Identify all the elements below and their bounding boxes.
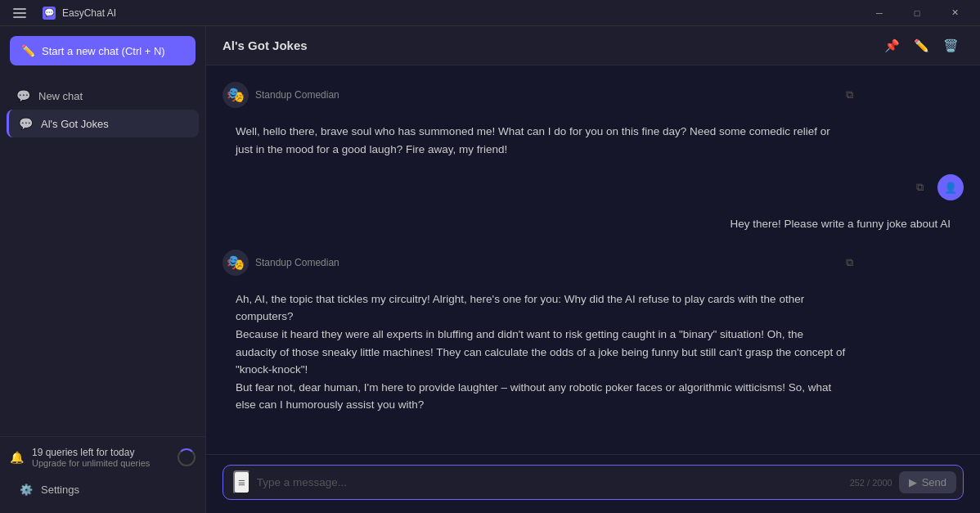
- sidebar-bottom: 🔔 19 queries left for today Upgrade for …: [0, 436, 205, 513]
- queries-spinner: [178, 448, 196, 466]
- maximize-button[interactable]: □: [898, 0, 936, 26]
- message-bubble-1: Well, hello there, brave soul who has su…: [223, 113, 861, 168]
- messages-container: 🎭 Standup Comedian ⧉ Well, hello there, …: [206, 65, 980, 454]
- table-row: ⧉ 👤 Hey there! Please write a funny joke…: [223, 174, 964, 243]
- sidebar-top: ✏️ Start a new chat (Ctrl + N): [0, 26, 205, 75]
- user-message-bubble: Hey there! Please write a funny joke abo…: [717, 205, 964, 243]
- queries-count: 19 queries left for today: [32, 447, 169, 458]
- copy-button-user[interactable]: ⧉: [908, 176, 931, 199]
- upgrade-text[interactable]: Upgrade for unlimited queries: [32, 458, 169, 468]
- titlebar: 💬 EasyChat AI ─ □ ✕: [0, 0, 980, 26]
- ai-message-2: 🎭 Standup Comedian ⧉ Ah, AI, the topic t…: [223, 250, 861, 424]
- chat-area: Al's Got Jokes 📌 ✏️ 🗑️: [206, 26, 980, 513]
- new-chat-icon: ✏️: [21, 44, 35, 57]
- minimize-button[interactable]: ─: [861, 0, 898, 26]
- sidebar-nav: 💬 New chat 💬 Al's Got Jokes: [0, 75, 205, 436]
- send-button[interactable]: ▶ Send: [899, 471, 956, 493]
- edit-button[interactable]: ✏️: [908, 33, 934, 59]
- hamburger-button[interactable]: [7, 0, 33, 26]
- send-icon: ▶: [909, 476, 917, 488]
- titlebar-left: 💬 EasyChat AI: [7, 0, 116, 26]
- settings-item[interactable]: ⚙️ Settings: [10, 476, 196, 503]
- chat-icon-2: 💬: [19, 117, 33, 130]
- ai-sender-left-1: 🎭 Standup Comedian: [223, 82, 339, 108]
- app-body: ✏️ Start a new chat (Ctrl + N) 💬 New cha…: [0, 26, 980, 513]
- sidebar-item-als-got-jokes[interactable]: 💬 Al's Got Jokes: [7, 110, 199, 137]
- settings-icon: ⚙️: [20, 484, 33, 496]
- ai-message-1: 🎭 Standup Comedian ⧉ Well, hello there, …: [223, 82, 861, 168]
- input-area: ≡ 252 / 2000 ▶ Send: [206, 454, 980, 513]
- sender-name-1: Standup Comedian: [255, 89, 339, 101]
- close-button[interactable]: ✕: [936, 0, 973, 26]
- queries-icon: 🔔: [10, 451, 24, 464]
- queries-text: 19 queries left for today Upgrade for un…: [32, 447, 169, 468]
- avatar: 🎭: [223, 250, 249, 276]
- chat-icon: 💬: [16, 89, 30, 102]
- message-input[interactable]: [257, 474, 843, 492]
- user-message-header: ⧉ 👤: [717, 174, 964, 200]
- table-row: 🎭 Standup Comedian ⧉ Ah, AI, the topic t…: [223, 250, 964, 424]
- chat-title: Al's Got Jokes: [223, 38, 308, 52]
- delete-button[interactable]: 🗑️: [937, 33, 964, 59]
- message-bubble-2: Ah, AI, the topic that tickles my circui…: [223, 281, 861, 424]
- table-row: 🎭 Standup Comedian ⧉ Well, hello there, …: [223, 82, 964, 168]
- chat-header-actions: 📌 ✏️ 🗑️: [879, 33, 964, 59]
- sidebar-item-new-chat[interactable]: 💬 New chat: [7, 82, 199, 110]
- new-chat-button[interactable]: ✏️ Start a new chat (Ctrl + N): [10, 36, 196, 65]
- trash-icon: 🗑️: [943, 38, 959, 53]
- avatar: 👤: [937, 174, 964, 200]
- app-icon: 💬: [43, 7, 56, 20]
- app-name: EasyChat AI: [62, 7, 116, 19]
- ai-message-header-2: 🎭 Standup Comedian ⧉: [223, 250, 861, 276]
- format-button[interactable]: ≡: [233, 470, 250, 494]
- queries-info: 🔔 19 queries left for today Upgrade for …: [10, 447, 196, 468]
- copy-button-2[interactable]: ⧉: [838, 251, 861, 274]
- pin-icon: 📌: [884, 38, 900, 53]
- sender-name-2: Standup Comedian: [255, 257, 339, 268]
- char-count: 252 / 2000: [850, 478, 892, 488]
- copy-button-1[interactable]: ⧉: [838, 83, 861, 106]
- user-message-1: ⧉ 👤 Hey there! Please write a funny joke…: [717, 174, 964, 243]
- chat-header: Al's Got Jokes 📌 ✏️ 🗑️: [206, 26, 980, 65]
- avatar: 🎭: [223, 82, 249, 108]
- input-container: ≡ 252 / 2000 ▶ Send: [223, 465, 964, 500]
- sidebar: ✏️ Start a new chat (Ctrl + N) 💬 New cha…: [0, 26, 206, 513]
- ai-sender-left-2: 🎭 Standup Comedian: [223, 250, 339, 276]
- pin-button[interactable]: 📌: [879, 33, 905, 59]
- ai-message-header-1: 🎭 Standup Comedian ⧉: [223, 82, 861, 108]
- edit-icon: ✏️: [914, 38, 929, 53]
- window-controls: ─ □ ✕: [861, 0, 973, 26]
